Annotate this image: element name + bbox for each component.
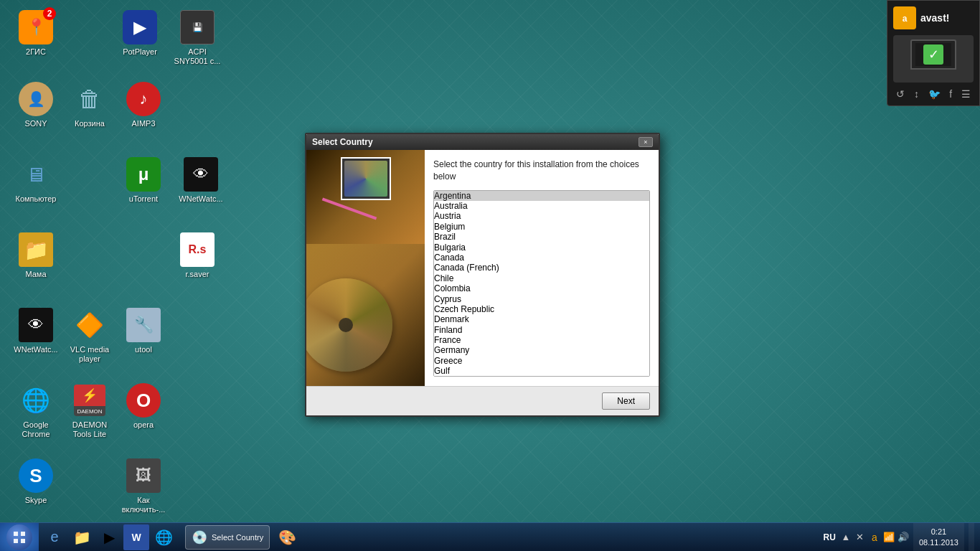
avast-btn-twitter[interactable]: 🐦 [928, 88, 941, 100]
country-option-chile[interactable]: Chile [434, 273, 649, 283]
next-button[interactable]: Next [602, 392, 650, 410]
avast-btn-update[interactable]: ↕ [914, 88, 919, 100]
dialog-right-panel: Select the country for this installation… [425, 150, 659, 386]
avast-title: avast! [920, 12, 949, 24]
country-listbox[interactable]: Argentina Australia Austria Belgium Braz… [433, 190, 650, 377]
desktop-icon-aimp3[interactable]: ♪ AIMP3 [115, 79, 172, 131]
country-option-gulf[interactable]: Gulf [434, 366, 649, 376]
start-button[interactable] [0, 523, 39, 552]
desktop-icon-recycle[interactable]: 🗑 Корзина [61, 79, 118, 131]
taskbar-clock[interactable]: 0:21 08.11.2013 [913, 523, 964, 552]
avast-btn-facebook[interactable]: f [949, 88, 952, 100]
desktop-icon-utool[interactable]: 🔧 utool [115, 305, 172, 357]
desktop-icon-label-daemon: DAEMON Tools Lite [64, 420, 116, 439]
desktop-icon-label-mama: Мама [25, 270, 46, 279]
desktop-icon-utorrent[interactable]: μ uTorrent [115, 154, 172, 207]
desktop-icon-sony[interactable]: 👤 SONY [7, 79, 65, 131]
taskbar-pinned-icons: e 📁 ▶ W 🌐 💿 Select Country 🎨 [39, 524, 303, 550]
country-option-austria[interactable]: Austria [434, 211, 649, 221]
desktop-icon-wnetwat1[interactable]: 👁 WNetWatc... [172, 154, 230, 207]
country-option-colombia[interactable]: Colombia [434, 283, 649, 293]
svg-rect-3 [14, 532, 18, 536]
desktop: 2 📍 2ГИС ▶ PotPlayer 💾 ACPI SNY5001 с...… [0, 0, 980, 551]
taskbar-icon-chrome[interactable]: 🌐 [151, 524, 176, 550]
desktop-icon-label-utool: utool [135, 345, 152, 354]
country-option-finland[interactable]: Finland [434, 325, 649, 335]
desktop-icon-howtoenable[interactable]: 🖼 Как включить-... [115, 456, 172, 517]
dialog-close-button[interactable]: × [639, 137, 653, 147]
systray-volume[interactable]: 🔊 [897, 532, 909, 543]
country-option-canada-french[interactable]: Canada (French) [434, 263, 649, 273]
desktop-icon-wnetwat2[interactable]: 👁 WNetWatc... [7, 305, 65, 357]
clock-time: 0:21 [931, 527, 946, 537]
country-option-france[interactable]: France [434, 335, 649, 345]
show-desktop-button[interactable] [969, 523, 974, 552]
dialog-content: Select the country for this installation… [306, 150, 659, 386]
country-option-germany[interactable]: Germany [434, 345, 649, 355]
desktop-icon-chrome[interactable]: 🌐 Google Chrome [7, 380, 65, 442]
avast-laptop-display: ✓ [893, 35, 974, 83]
country-option-greece[interactable]: Greece [434, 356, 649, 366]
systray-network[interactable]: 📶 [883, 532, 895, 543]
desktop-icon-rsaver[interactable]: R.s r.saver [169, 230, 226, 282]
taskbar-active-icon: 💿 [192, 529, 207, 545]
taskbar-active-label: Select Country [212, 533, 263, 542]
country-option-cyprus[interactable]: Cyprus [434, 294, 649, 304]
desktop-icon-label-wnetwat2: WNetWatc... [14, 345, 57, 354]
country-option-belgium[interactable]: Belgium [434, 222, 649, 232]
systray-arrow[interactable]: ▲ [840, 532, 852, 543]
country-option-brazil[interactable]: Brazil [434, 232, 649, 242]
desktop-icon-opera[interactable]: O opera [115, 380, 172, 433]
country-option-canada[interactable]: Canada [434, 253, 649, 263]
desktop-icon-skype[interactable]: S Skype [7, 456, 65, 508]
dialog-footer: Next [306, 386, 659, 415]
systray-network-inactive[interactable]: ✕ [854, 532, 866, 543]
desktop-icon-label-wnetwat1: WNetWatc... [179, 194, 222, 204]
desktop-icon-potplayer[interactable]: ▶ PotPlayer [111, 7, 169, 60]
desktop-icon-2gis[interactable]: 2 📍 2ГИС [7, 7, 65, 60]
taskbar-icon-wmp[interactable]: ▶ [96, 524, 122, 550]
taskbar-icon-word[interactable]: W [123, 524, 149, 550]
dialog-titlebar: Select Country × [306, 134, 659, 150]
desktop-icon-label-sony: SONY [24, 119, 47, 128]
avast-logo: a avast! [893, 6, 974, 29]
desktop-icon-label-aimp3: AIMP3 [131, 119, 155, 128]
avast-btn-rss[interactable]: ☰ [961, 88, 971, 100]
avast-btn-refresh[interactable]: ↺ [896, 88, 905, 100]
dialog-cd-image [306, 278, 392, 372]
dialog-thumbnail-inner [344, 161, 387, 197]
taskbar: e 📁 ▶ W 🌐 💿 Select Country 🎨 RU ▲ ✕ a [0, 522, 980, 551]
taskbar-active-dialog[interactable]: 💿 Select Country [185, 525, 270, 550]
clock-date: 08.11.2013 [919, 537, 958, 547]
avast-icon: a [893, 6, 916, 29]
select-country-dialog: Select Country × Select the country for … [305, 133, 660, 417]
dialog-controls: × [639, 137, 653, 147]
avast-panel: a avast! ✓ ↺ ↕ 🐦 f ☰ [887, 0, 980, 106]
avast-actions: ↺ ↕ 🐦 f ☰ [893, 88, 974, 100]
desktop-icon-label-2gis: 2ГИС [26, 47, 46, 57]
desktop-icon-label-rsaver: r.saver [185, 270, 209, 279]
country-option-denmark[interactable]: Denmark [434, 314, 649, 324]
desktop-icon-label-recycle: Корзина [75, 119, 105, 128]
svg-rect-6 [21, 539, 25, 543]
taskbar-icon-explorer[interactable]: 📁 [69, 524, 95, 550]
country-option-czech[interactable]: Czech Republic [434, 304, 649, 314]
country-option-australia[interactable]: Australia [434, 201, 649, 211]
desktop-icon-computer[interactable]: 🖥 Компьютер [7, 154, 65, 207]
desktop-icon-daemon[interactable]: ⚡ DAEMON DAEMON Tools Lite [61, 380, 118, 442]
desktop-icon-label-vlc: VLC media player [64, 345, 116, 364]
taskbar-right: RU ▲ ✕ a 📶 🔊 0:21 08.11.2013 [824, 523, 980, 552]
desktop-icon-vlc[interactable]: 🔶 VLC media player [61, 305, 118, 367]
dialog-thumbnail [341, 157, 391, 200]
taskbar-language[interactable]: RU [824, 532, 836, 542]
taskbar-icon-ie[interactable]: e [42, 524, 67, 550]
desktop-icon-label-howtoenable: Как включить-... [118, 496, 169, 514]
country-option-bulgaria[interactable]: Bulgaria [434, 242, 649, 253]
svg-text:a: a [903, 14, 908, 24]
country-option-argentina[interactable]: Argentina [434, 191, 649, 201]
desktop-icon-label-chrome: Google Chrome [10, 420, 62, 439]
desktop-icon-acpi[interactable]: 💾 ACPI SNY5001 с... [169, 7, 226, 69]
taskbar-icon-paint[interactable]: 🎨 [274, 524, 300, 550]
desktop-icon-mama[interactable]: 📁 Мама [7, 230, 65, 282]
systray-avast[interactable]: a [869, 532, 880, 543]
